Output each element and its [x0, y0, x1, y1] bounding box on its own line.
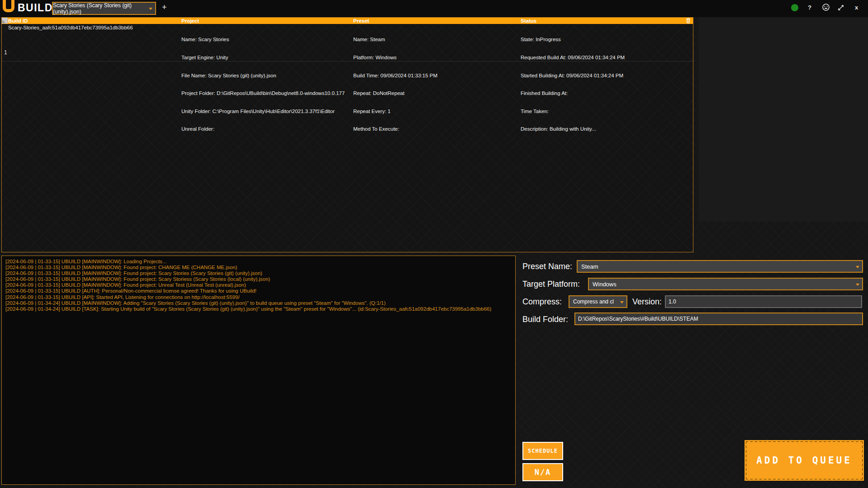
log-panel[interactable]: [2024-06-09 | 01-33-15] UBUILD [MAINWIND…: [1, 256, 516, 485]
log-line: [2024-06-09 | 01-33-15] UBUILD [MAINWIND…: [5, 259, 512, 265]
build-folder-label: Build Folder:: [522, 315, 568, 324]
cell-line: Method To Execute:: [353, 126, 437, 132]
column-header-project[interactable]: Project: [181, 18, 199, 24]
add-to-queue-button[interactable]: ADD TO QUEUE: [745, 441, 863, 480]
na-button[interactable]: N/A: [522, 463, 563, 481]
maximize-expand-icon[interactable]: [838, 5, 844, 11]
project-selector-dropdown[interactable]: Scary Stories (Scary Stories (git) (unit…: [52, 2, 156, 15]
cell-line: Started Building At: 09/06/2024 01:34:24…: [521, 73, 625, 79]
select-all-cell[interactable]: [2, 18, 8, 24]
add-project-button[interactable]: +: [162, 3, 167, 12]
close-button[interactable]: x: [855, 4, 858, 11]
title-bar: BUILD Scary Stories (Scary Stories (git)…: [0, 0, 868, 17]
cell-line: Target Engine: Unity: [181, 55, 345, 61]
cell-line: Build Time: 09/06/2024 01:33:15 PM: [353, 73, 437, 79]
preset-cell: Name: Steam Platform: Windows Build Time…: [353, 25, 437, 144]
builds-table: Build ID Project Preset Status 1 Scary-S…: [1, 17, 693, 252]
trash-icon[interactable]: [685, 18, 691, 24]
select-all-triangle-icon: [2, 20, 5, 23]
column-header-status[interactable]: Status: [521, 18, 536, 24]
target-platform-dropdown[interactable]: Windows: [588, 278, 863, 290]
log-line: [2024-06-09 | 01-33-15] UBUILD [MAINWIND…: [5, 270, 512, 276]
compress-dropdown[interactable]: Compress and cl: [569, 295, 627, 308]
compress-value: Compress and cl: [573, 298, 614, 305]
cell-line: Platform: Windows: [353, 55, 437, 61]
project-cell: Name: Scary Stories Target Engine: Unity…: [181, 25, 345, 144]
status-indicator-dot: [791, 4, 798, 11]
version-label: Version:: [632, 297, 662, 307]
schedule-button[interactable]: SCHEDULE: [522, 442, 563, 460]
table-header: Build ID Project Preset Status: [2, 18, 693, 24]
cell-line: Name: Steam: [353, 37, 437, 43]
app-window: BUILD Scary Stories (Scary Stories (git)…: [0, 0, 868, 488]
chevron-down-icon: [620, 301, 624, 303]
cell-line: Unreal Folder:: [181, 126, 345, 132]
chevron-down-icon: [856, 284, 859, 286]
cell-line: Repeat: DoNotRepeat: [353, 90, 437, 96]
log-line: [2024-06-09 | 01-33-15] UBUILD [API]: St…: [5, 294, 512, 300]
column-header-build-id[interactable]: Build ID: [8, 18, 28, 24]
cell-line: Time Taken:: [521, 109, 625, 114]
target-platform-value: Windows: [593, 281, 617, 288]
cell-line: Repeat Every: 1: [353, 109, 437, 114]
log-line: [2024-06-09 | 01-34-24] UBUILD [TASK]: S…: [5, 306, 512, 312]
cell-line: Unity Folder: C:\Program Files\Unity\Hub…: [181, 109, 345, 114]
log-line: [2024-06-09 | 01-33-15] UBUILD [AUTH]: P…: [5, 288, 512, 294]
target-platform-label: Target Platform:: [522, 280, 580, 289]
build-id-cell: Scary-Stories_aafc51a092db417ebc73995a1d…: [8, 25, 133, 31]
log-line: [2024-06-09 | 01-33-15] UBUILD [MAINWIND…: [5, 276, 512, 282]
logo-text: BUILD: [18, 2, 53, 14]
log-line: [2024-06-09 | 01-33-15] UBUILD [MAINWIND…: [5, 282, 512, 288]
compress-label: Compress:: [522, 297, 562, 307]
cell-line: State: InProgress: [521, 37, 625, 43]
log-line: [2024-06-09 | 01-33-15] UBUILD [MAINWIND…: [5, 265, 512, 270]
preset-name-value: Steam: [581, 263, 598, 270]
help-button[interactable]: ?: [808, 4, 811, 11]
cell-line: Name: Scary Stories: [181, 37, 345, 43]
cell-line: File Name: Scary Stories (git) (unity).j…: [181, 73, 345, 79]
cell-line: Description: Building with Unity...: [521, 126, 625, 132]
chevron-down-icon: [856, 266, 859, 268]
log-line: [2024-06-09 | 01-34-24] UBUILD [MAINWIND…: [5, 300, 512, 306]
feedback-smiley-icon[interactable]: [822, 3, 830, 11]
cell-line: Requested Build At: 09/06/2024 01:34:24 …: [521, 55, 625, 61]
ubuild-logo-icon: [3, 0, 14, 12]
build-folder-input[interactable]: [574, 313, 863, 325]
chevron-down-icon: [149, 8, 152, 10]
cell-line: Project Folder: D:\GitRepos\UBuild\bin\D…: [181, 90, 345, 96]
preset-name-dropdown[interactable]: Steam: [577, 260, 863, 273]
preset-name-label: Preset Name:: [522, 262, 572, 271]
build-table-row[interactable]: 1 Scary-Stories_aafc51a092db417ebc73995a…: [2, 24, 693, 62]
status-cell: State: InProgress Requested Build At: 09…: [521, 25, 625, 144]
cell-line: Finished Building At:: [521, 90, 625, 96]
project-selector-value: Scary Stories (Scary Stories (git) (unit…: [53, 2, 155, 15]
column-header-preset[interactable]: Preset: [353, 18, 369, 24]
version-input[interactable]: [665, 295, 862, 308]
queue-panel: [699, 17, 868, 222]
row-number: 1: [4, 49, 7, 56]
